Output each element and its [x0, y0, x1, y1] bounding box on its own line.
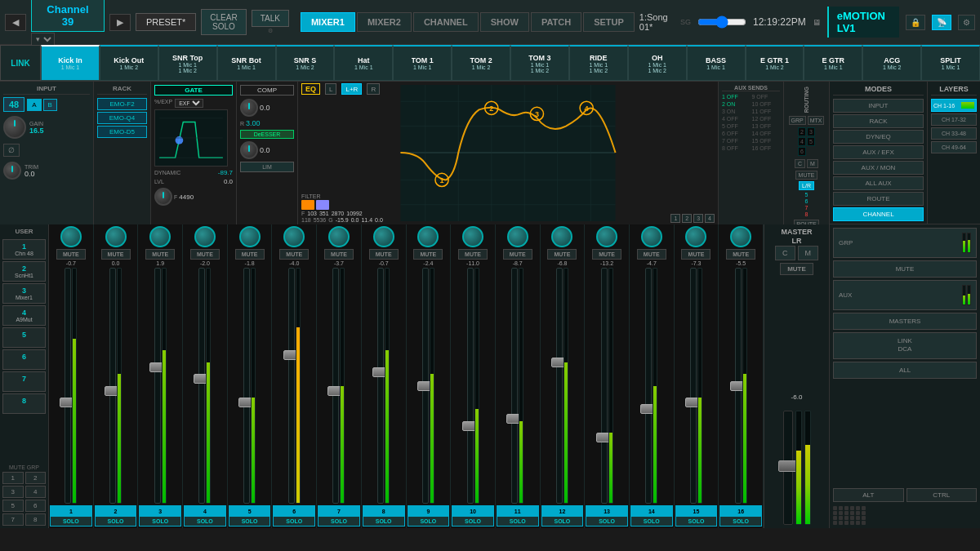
routing-mtx-btn[interactable]: MTX: [808, 116, 825, 125]
mute-btn-10[interactable]: MUTE: [458, 249, 488, 260]
solo-btn-3[interactable]: SOLO: [139, 516, 181, 527]
fader-track-15[interactable]: [690, 268, 697, 504]
routing-mute-btn[interactable]: MUTE: [795, 171, 818, 180]
gain-knob[interactable]: [3, 116, 26, 139]
clear-solo-btn[interactable]: CLEARSOLO: [201, 9, 246, 35]
all-btn[interactable]: ALL: [833, 362, 977, 379]
fader-track-2[interactable]: [109, 268, 116, 504]
phase-btn[interactable]: ∅: [3, 144, 20, 157]
mute-btn-9[interactable]: MUTE: [413, 249, 443, 260]
pan-knob-13[interactable]: [596, 226, 617, 247]
user-preset-8[interactable]: 8: [2, 393, 46, 414]
pan-knob-16[interactable]: [730, 226, 751, 247]
pan-knob-15[interactable]: [685, 226, 706, 247]
routing-lr-btn[interactable]: L/R: [799, 181, 814, 190]
user-preset-2[interactable]: 2 ScnHt1: [2, 261, 46, 282]
mute-grp-7[interactable]: 7: [2, 513, 24, 526]
filter-btn-hp[interactable]: [301, 200, 314, 210]
fader-track-6[interactable]: [288, 268, 295, 504]
band-3-btn[interactable]: 3: [693, 214, 703, 223]
solo-btn-16[interactable]: SOLO: [719, 516, 762, 527]
solo-btn-10[interactable]: SOLO: [452, 516, 494, 527]
trim-knob[interactable]: [3, 162, 21, 180]
mute-btn-13[interactable]: MUTE: [592, 249, 621, 260]
gate-type-select[interactable]: EXP: [175, 99, 203, 108]
pan-knob-8[interactable]: [373, 226, 394, 247]
solo-btn-4[interactable]: SOLO: [184, 516, 226, 527]
mute-grp-6[interactable]: 6: [25, 500, 47, 512]
strip-egtr1[interactable]: E GTR 1 1 Mic 2: [746, 45, 804, 81]
master-m-btn[interactable]: M: [798, 246, 819, 260]
sg-slider[interactable]: [697, 16, 746, 29]
routing-m-btn[interactable]: M: [807, 159, 818, 168]
fader-track-8[interactable]: [377, 268, 384, 504]
pan-knob-4[interactable]: [194, 226, 216, 247]
solo-btn-8[interactable]: SOLO: [363, 516, 405, 527]
mute-btn-2[interactable]: MUTE: [101, 249, 131, 260]
mute-btn-11[interactable]: MUTE: [503, 249, 532, 260]
fader-track-14[interactable]: [645, 268, 652, 504]
pan-knob-12[interactable]: [551, 226, 572, 247]
solo-btn-1[interactable]: SOLO: [50, 516, 92, 527]
eq-l-btn[interactable]: L: [325, 83, 336, 95]
mute-grp-4[interactable]: 4: [25, 486, 47, 498]
gate-freq-knob[interactable]: [154, 188, 172, 206]
layer-ch49-64-btn[interactable]: CH 49-64: [931, 141, 977, 153]
mode-input-btn[interactable]: INPUT: [833, 99, 924, 113]
tab-channel[interactable]: CHANNEL: [413, 12, 479, 32]
pan-knob-5[interactable]: [239, 226, 261, 247]
tab-mixer1[interactable]: MIXER1: [301, 12, 355, 32]
filter-btn-lp[interactable]: [316, 200, 329, 210]
deeser-knob[interactable]: [240, 141, 258, 159]
talk-btn[interactable]: TALK: [252, 10, 289, 27]
user-preset-5[interactable]: 5: [2, 327, 46, 348]
pan-knob-9[interactable]: [417, 226, 439, 247]
ctrl-btn[interactable]: CTRL: [906, 488, 978, 502]
band-2-btn[interactable]: 2: [682, 214, 692, 223]
layer-ch1-16-btn[interactable]: CH 1-16: [931, 99, 977, 112]
pan-knob-11[interactable]: [507, 226, 528, 247]
mute-btn-1[interactable]: MUTE: [56, 249, 86, 260]
solo-btn-11[interactable]: SOLO: [497, 516, 539, 527]
mute-btn-12[interactable]: MUTE: [547, 249, 577, 260]
mute-grp-5[interactable]: 5: [2, 500, 24, 512]
mute-grp-8[interactable]: 8: [25, 513, 47, 526]
right-mute-btn[interactable]: MUTE: [833, 260, 977, 278]
user-preset-7[interactable]: 7: [2, 371, 46, 392]
strip-oh[interactable]: OH 1 Mic 1 1 Mic 2: [628, 45, 687, 81]
band-4-btn[interactable]: 4: [705, 214, 715, 223]
strip-tom3[interactable]: TOM 3 1 Mic 1 1 Mic 2: [510, 45, 569, 81]
pan-knob-2[interactable]: [105, 226, 127, 247]
settings-btn[interactable]: ⚙: [958, 15, 975, 30]
mode-dyneq-btn[interactable]: DYN/EQ: [833, 130, 924, 144]
master-c-btn[interactable]: C: [775, 246, 795, 260]
mode-auxmon-btn[interactable]: AUX / MON: [833, 161, 924, 175]
mute-btn-14[interactable]: MUTE: [637, 249, 666, 260]
mute-btn-15[interactable]: MUTE: [681, 249, 710, 260]
mute-grp-1[interactable]: 1: [2, 472, 24, 484]
grp-btn[interactable]: GRP: [833, 228, 977, 258]
fader-track-4[interactable]: [198, 268, 205, 504]
strip-tom1[interactable]: TOM 1 1 Mic 1: [393, 45, 452, 81]
mode-route-btn[interactable]: ROUTE: [833, 192, 924, 206]
layer-ch33-48-btn[interactable]: CH 33-48: [931, 127, 977, 140]
mute-btn-16[interactable]: MUTE: [726, 249, 755, 260]
strip-tom2[interactable]: TOM 2 1 Mic 2: [452, 45, 510, 81]
solo-btn-5[interactable]: SOLO: [229, 516, 271, 527]
rack-item-2[interactable]: EMO-Q4: [97, 112, 147, 124]
fader-track-16[interactable]: [735, 268, 742, 504]
mute-btn-5[interactable]: MUTE: [235, 249, 265, 260]
strip-hat[interactable]: Hat 1 Mic 1: [334, 45, 393, 81]
strip-kick-in[interactable]: Kick In 1 Mic 1: [41, 45, 100, 81]
mute-btn-3[interactable]: MUTE: [145, 249, 175, 260]
strip-split[interactable]: SPLIT 1 Mic 1: [921, 45, 980, 81]
input-btn-a[interactable]: A: [27, 99, 41, 111]
fader-track-11[interactable]: [511, 268, 518, 504]
lim-btn[interactable]: LIM: [240, 162, 294, 172]
user-preset-4[interactable]: 4 A9Mut: [2, 305, 46, 326]
solo-btn-14[interactable]: SOLO: [630, 516, 673, 527]
rack-item-1[interactable]: EMO-F2: [97, 98, 147, 110]
pan-knob-10[interactable]: [462, 226, 483, 247]
mode-rack-btn[interactable]: RACK: [833, 114, 924, 128]
link-dca-btn[interactable]: LINKDCA: [833, 332, 977, 359]
